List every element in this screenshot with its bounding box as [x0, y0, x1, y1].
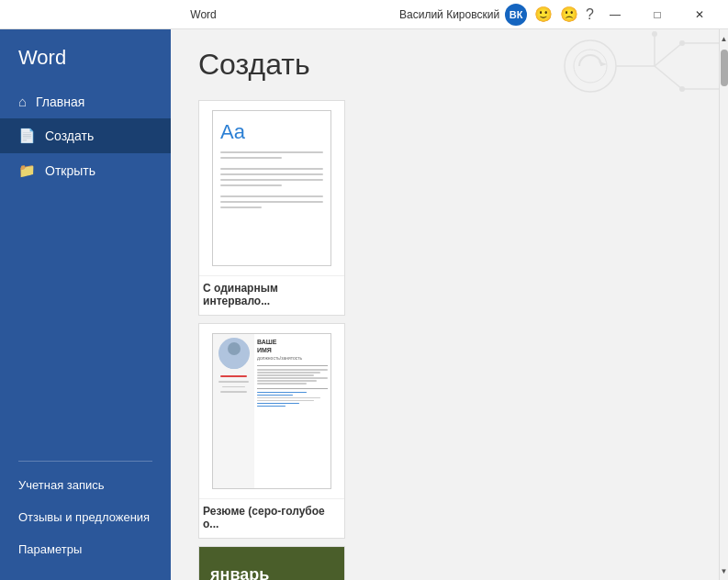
user-info: Василий Кировский ВК — [399, 4, 527, 26]
template-card-single-space[interactable]: Aa — [198, 100, 700, 323]
template-label-1: С одинарным интервало... — [199, 275, 344, 315]
sidebar-nav: ⌂ Главная 📄 Создать 📁 Открыть — [0, 84, 171, 453]
svg-marker-11 — [597, 61, 607, 68]
emoji-sad-icon[interactable]: 🙁 — [560, 6, 578, 23]
titlebar-center: Word — [7, 8, 399, 21]
template-card-resume[interactable]: ВАШЕИМЯ должность/занятость — [198, 323, 700, 546]
titlebar-icons: 🙂 🙁 ? — [534, 6, 594, 23]
calendar-month-label: январь — [210, 565, 269, 581]
home-icon: ⌂ — [18, 94, 27, 109]
sidebar-label-account: Учетная запись — [18, 478, 105, 492]
user-avatar[interactable]: ВК — [505, 4, 527, 26]
scroll-down-button[interactable]: ▼ — [720, 563, 729, 578]
sidebar-label-open: Открыть — [45, 163, 95, 178]
templates-area: Aa — [171, 91, 728, 580]
doc-preview-1: Aa — [212, 110, 331, 266]
decorative-circuit — [544, 29, 728, 103]
sidebar-item-create[interactable]: 📄 Создать — [0, 118, 171, 153]
svg-point-8 — [679, 86, 685, 92]
template-card-calendar[interactable]: январь — [198, 546, 700, 580]
template-label-2: Резюме (серо-голубое о... — [199, 498, 344, 538]
sidebar-item-home[interactable]: ⌂ Главная — [0, 84, 171, 118]
svg-point-12 — [228, 342, 241, 355]
sidebar: Word ⌂ Главная 📄 Создать 📁 Открыть Учетн… — [0, 29, 171, 580]
minimize-button[interactable]: — — [594, 0, 636, 29]
sidebar-item-open[interactable]: 📁 Открыть — [0, 153, 171, 188]
template-thumbnail-1[interactable]: Aa — [198, 100, 345, 316]
resume-preview: ВАШЕИМЯ должность/занятость — [212, 333, 331, 489]
maximize-button[interactable]: □ — [636, 0, 678, 29]
sidebar-item-settings[interactable]: Параметры — [0, 533, 171, 565]
sidebar-item-feedback[interactable]: Отзывы и предложения — [0, 501, 171, 533]
sidebar-label-feedback: Отзывы и предложения — [18, 510, 150, 524]
app-title-bar: Word — [190, 8, 216, 21]
svg-point-10 — [652, 31, 657, 37]
template-thumbnail-3[interactable]: январь — [198, 546, 345, 580]
user-name: Василий Кировский — [399, 8, 499, 21]
calendar-header: январь — [199, 547, 344, 580]
create-icon: 📄 — [18, 128, 36, 144]
emoji-happy-icon[interactable]: 🙂 — [534, 6, 553, 23]
sidebar-divider — [18, 461, 152, 462]
sidebar-bottom: Учетная запись Отзывы и предложения Пара… — [0, 469, 171, 580]
svg-line-3 — [655, 43, 682, 66]
scrollbar[interactable]: ▲ ▼ — [719, 29, 728, 580]
sidebar-label-settings: Параметры — [18, 542, 82, 556]
svg-point-7 — [679, 40, 685, 46]
titlebar: Word Василий Кировский ВК 🙂 🙁 ? — □ ✕ — [0, 0, 728, 29]
svg-point-13 — [224, 356, 244, 369]
sidebar-app-title: Word — [0, 29, 171, 84]
app-layout: Word ⌂ Главная 📄 Создать 📁 Открыть Учетн… — [0, 29, 728, 580]
svg-line-4 — [655, 66, 682, 89]
scroll-up-button[interactable]: ▲ — [720, 31, 729, 46]
sidebar-item-account[interactable]: Учетная запись — [0, 469, 171, 501]
sidebar-label-create: Создать — [45, 128, 94, 143]
close-button[interactable]: ✕ — [678, 0, 721, 29]
sidebar-label-home: Главная — [36, 95, 84, 109]
help-icon[interactable]: ? — [586, 6, 594, 23]
window-controls: — □ ✕ — [594, 0, 721, 29]
svg-point-0 — [565, 40, 616, 92]
resume-avatar — [218, 338, 250, 369]
scroll-thumb[interactable] — [721, 50, 728, 86]
open-icon: 📁 — [18, 162, 36, 179]
template-thumbnail-2[interactable]: ВАШЕИМЯ должность/занятость — [198, 323, 345, 539]
main-header: Создать — [171, 29, 728, 91]
main-content: Создать — [171, 29, 728, 580]
